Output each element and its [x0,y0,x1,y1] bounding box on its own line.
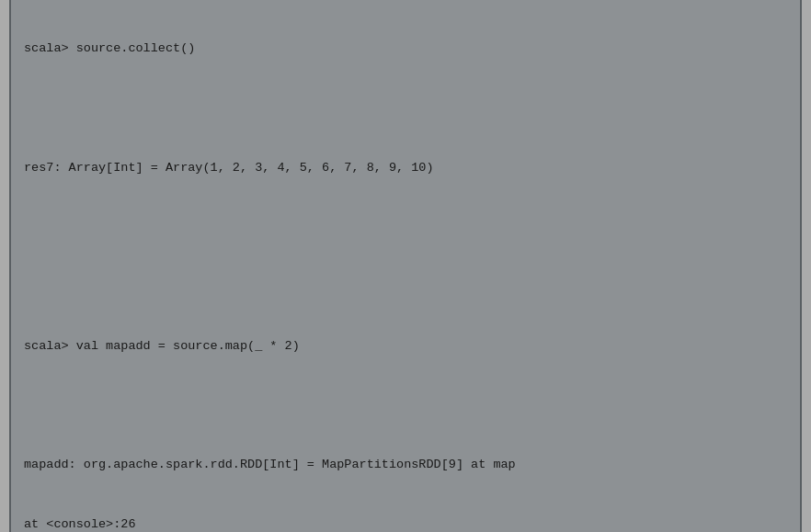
code-line-15: at <console>:26 [24,515,787,532]
terminal-window: scala> var source = sc.parallelize(1 to … [9,0,802,532]
code-line-7: scala> source.collect() [24,39,787,59]
code-content: scala> var source = sc.parallelize(1 to … [24,0,787,532]
blank-5 [24,217,787,237]
blank-4 [24,98,787,119]
blank-7 [24,396,787,416]
blank-6 [24,277,787,297]
code-line-9: res7: Array[Int] = Array(1, 2, 3, 4, 5, … [24,158,787,178]
code-line-12: scala> val mapadd = source.map(_ * 2) [24,336,787,357]
code-line-14: mapadd: org.apache.spark.rdd.RDD[Int] = … [24,455,787,475]
